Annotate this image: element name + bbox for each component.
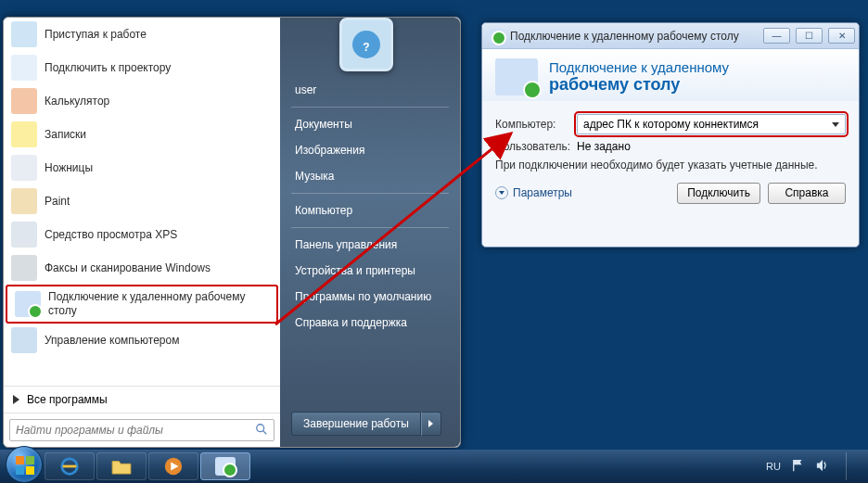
chevron-right-icon (428, 420, 433, 427)
search-row (4, 413, 280, 447)
program-icon (11, 21, 37, 47)
rdp-header: Подключение к удаленному рабочему столу (482, 49, 859, 101)
program-label: Приступая к работе (45, 28, 147, 42)
options-expander[interactable]: Параметры (495, 186, 572, 199)
taskbar-item-media[interactable] (148, 452, 198, 480)
flag-icon[interactable] (792, 459, 805, 475)
user-avatar[interactable]: ? (339, 18, 393, 71)
taskbar-item-ie[interactable] (45, 452, 95, 480)
start-menu-right-panel: user ДокументыИзображенияМузыка Компьюте… (280, 18, 460, 447)
window-title: Подключение к удаленному рабочему столу (510, 30, 758, 43)
user-label: Пользователь: (495, 140, 569, 153)
right-panel-item[interactable]: user (286, 77, 454, 103)
program-label: Записки (45, 128, 86, 142)
right-panel-item[interactable]: Панель управления (286, 232, 454, 258)
system-tray: RU (766, 452, 862, 480)
svg-rect-6 (26, 456, 34, 464)
rdp-dialog: Подключение к удаленному рабочему столу … (481, 22, 860, 248)
program-item[interactable]: Записки (4, 118, 280, 151)
chevron-right-icon (270, 31, 274, 38)
right-panel-item[interactable]: Справка и поддержка (286, 310, 454, 336)
computer-row: Компьютер: адрес ПК к которому коннектим… (495, 114, 846, 134)
credentials-hint: При подключении необходимо будет указать… (495, 159, 846, 173)
program-label: Управление компьютером (45, 334, 179, 348)
rdp-header-line2: рабочему столу (549, 75, 729, 95)
rdp-header-line1: Подключение к удаленному (549, 59, 729, 75)
options-label: Параметры (513, 186, 572, 199)
start-orb[interactable] (6, 446, 43, 483)
program-label: Факсы и сканирование Windows (45, 261, 211, 275)
rdp-logo-icon (495, 58, 538, 95)
program-item[interactable]: Приступая к работе (4, 18, 280, 51)
program-icon (11, 188, 37, 214)
program-item[interactable]: Paint (4, 184, 280, 218)
all-programs-button[interactable]: Все программы (4, 386, 280, 413)
program-label: Калькулятор (45, 95, 109, 108)
program-icon (11, 121, 37, 147)
program-item[interactable]: Калькулятор (4, 84, 280, 118)
svg-text:?: ? (363, 41, 369, 54)
shutdown-button[interactable]: Завершение работы (291, 412, 421, 436)
rdp-header-text: Подключение к удаленному рабочему столу (549, 59, 729, 95)
close-button[interactable]: ✕ (828, 28, 855, 44)
chevron-down-icon (495, 186, 508, 199)
shutdown-options-button[interactable] (421, 412, 441, 436)
program-icon (11, 155, 37, 181)
rdp-icon (490, 29, 504, 44)
user-value: Не задано (577, 140, 631, 153)
program-item[interactable]: Средство просмотра XPS (4, 218, 280, 251)
shutdown-row: Завершение работы (286, 408, 454, 441)
right-panel-item[interactable]: Изображения (286, 137, 454, 163)
minimize-button[interactable]: — (763, 28, 790, 44)
program-label: Средство просмотра XPS (45, 228, 177, 242)
taskbar: RU (0, 450, 868, 483)
show-desktop-button[interactable] (846, 452, 857, 480)
computer-label: Компьютер: (495, 118, 569, 131)
right-panel-item[interactable]: Музыка (286, 163, 454, 189)
program-label: Ножницы (45, 161, 93, 175)
language-indicator[interactable]: RU (766, 461, 781, 472)
right-panel-item[interactable]: Устройства и принтеры (286, 258, 454, 284)
program-icon (11, 255, 37, 281)
maximize-button[interactable]: ☐ (796, 28, 823, 44)
svg-rect-5 (16, 456, 24, 464)
rdp-body: Компьютер: адрес ПК к которому коннектим… (482, 101, 859, 213)
computer-combobox[interactable]: адрес ПК к которому коннектимся (577, 114, 846, 134)
right-panel-item[interactable]: Компьютер (286, 197, 454, 223)
start-menu: Приступая к работеПодключить к проектору… (3, 17, 461, 448)
chevron-down-icon (832, 122, 839, 127)
help-button[interactable]: Справка (768, 183, 846, 204)
title-bar[interactable]: Подключение к удаленному рабочему столу … (482, 23, 859, 49)
right-panel-item[interactable]: Документы (286, 111, 454, 137)
program-item[interactable]: Факсы и сканирование Windows (4, 251, 280, 285)
computer-value: адрес ПК к которому коннектимся (583, 118, 759, 131)
right-panel-item[interactable]: Программы по умолчанию (286, 284, 454, 310)
program-label: Paint (45, 195, 70, 209)
program-icon (11, 88, 37, 114)
program-label: Подключение к удаленному рабочему столу (48, 290, 271, 318)
program-list: Приступая к работеПодключить к проектору… (4, 18, 280, 386)
program-item[interactable]: Ножницы (4, 151, 280, 184)
program-icon (15, 291, 41, 317)
program-item[interactable]: Подключение к удаленному рабочему столу (6, 285, 278, 324)
svg-point-0 (257, 424, 264, 431)
svg-rect-7 (16, 466, 24, 475)
program-item[interactable]: Подключить к проектору (4, 51, 280, 84)
program-item[interactable]: Управление компьютером (4, 324, 280, 357)
program-label: Подключить к проектору (45, 61, 171, 75)
taskbar-item-rdp[interactable] (200, 452, 250, 480)
divider (291, 107, 449, 108)
arrow-right-icon (13, 395, 19, 404)
taskbar-item-explorer[interactable] (96, 452, 147, 480)
start-menu-left-panel: Приступая к работеПодключить к проектору… (4, 18, 280, 447)
volume-icon[interactable] (816, 459, 829, 475)
divider (291, 193, 449, 194)
connect-button[interactable]: Подключить (677, 183, 760, 204)
rdp-icon (215, 457, 236, 476)
program-icon (11, 222, 37, 248)
search-input[interactable] (16, 424, 255, 437)
svg-rect-8 (26, 466, 34, 475)
search-box[interactable] (9, 419, 274, 441)
search-icon (255, 423, 268, 439)
program-icon (11, 327, 37, 353)
